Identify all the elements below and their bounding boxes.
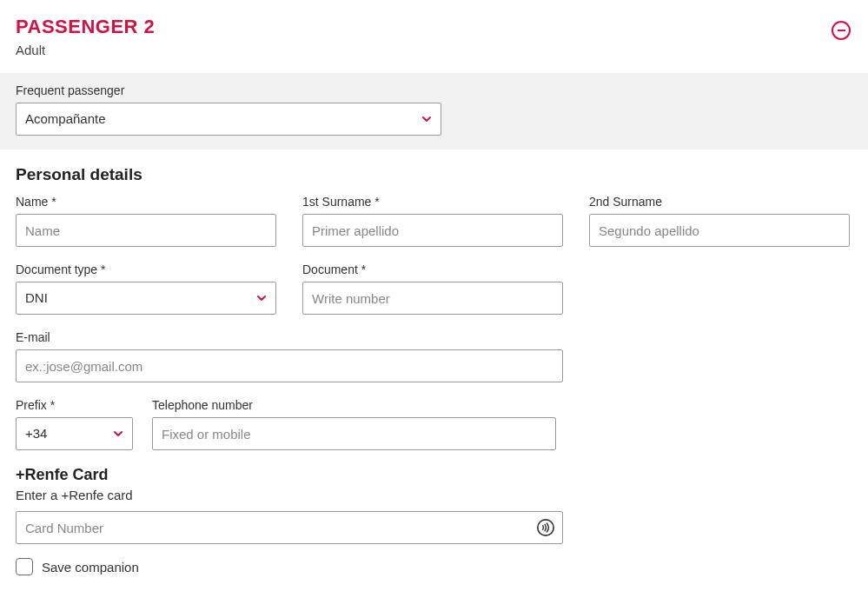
passenger-title-block: PASSENGER 2 Adult (16, 16, 155, 57)
surname2-field-group: 2nd Surname (589, 195, 850, 247)
doctype-field-group: Document type * DNI (16, 262, 276, 315)
renfe-card-heading: +Renfe Card (16, 466, 852, 484)
name-label: Name * (16, 195, 276, 209)
renfe-card-input[interactable] (16, 511, 563, 544)
document-field-group: Document * (302, 262, 563, 315)
doctype-select-wrap: DNI (16, 282, 276, 315)
phone-label: Telephone number (152, 398, 556, 412)
remove-passenger-button[interactable] (832, 21, 851, 40)
document-input[interactable] (302, 282, 563, 315)
prefix-select[interactable]: +34 (16, 417, 133, 450)
phone-row: Prefix * +34 Telephone number (16, 398, 852, 450)
frequent-passenger-section: Frequent passenger Acompañante (0, 73, 868, 150)
email-label: E-mail (16, 330, 563, 344)
document-row: Document type * DNI Document * (16, 262, 852, 315)
doctype-label: Document type * (16, 262, 276, 276)
save-companion-row: Save companion (16, 558, 852, 575)
prefix-select-wrap: +34 (16, 417, 133, 450)
surname2-label: 2nd Surname (589, 195, 850, 209)
name-input[interactable] (16, 214, 276, 247)
name-row: Name * 1st Surname * 2nd Surname (16, 195, 852, 247)
save-companion-checkbox[interactable] (16, 558, 33, 575)
document-label: Document * (302, 262, 563, 276)
personal-details-heading: Personal details (16, 165, 852, 184)
surname1-field-group: 1st Surname * (302, 195, 563, 247)
passenger-header: PASSENGER 2 Adult (16, 16, 852, 57)
scan-card-button[interactable] (535, 517, 556, 538)
email-row: E-mail (16, 330, 852, 382)
email-field-group: E-mail (16, 330, 563, 382)
doctype-select[interactable]: DNI (16, 282, 276, 315)
save-companion-label: Save companion (42, 560, 139, 575)
passenger-title: PASSENGER 2 (16, 16, 155, 38)
phone-field-group: Telephone number (152, 398, 556, 450)
passenger-form: PASSENGER 2 Adult Frequent passenger Aco… (0, 0, 868, 591)
frequent-passenger-label: Frequent passenger (16, 83, 852, 97)
frequent-passenger-select-wrap: Acompañante (16, 103, 441, 136)
frequent-passenger-select[interactable]: Acompañante (16, 103, 441, 136)
contactless-icon (536, 518, 555, 537)
surname1-input[interactable] (302, 214, 563, 247)
surname1-label: 1st Surname * (302, 195, 563, 209)
minus-icon (838, 30, 845, 32)
passenger-type: Adult (16, 43, 155, 57)
renfe-card-subheading: Enter a +Renfe card (16, 488, 852, 502)
name-field-group: Name * (16, 195, 276, 247)
prefix-label: Prefix * (16, 398, 133, 412)
surname2-input[interactable] (589, 214, 850, 247)
phone-input[interactable] (152, 417, 556, 450)
renfe-card-input-wrap (16, 511, 563, 544)
prefix-field-group: Prefix * +34 (16, 398, 133, 450)
email-input[interactable] (16, 349, 563, 382)
